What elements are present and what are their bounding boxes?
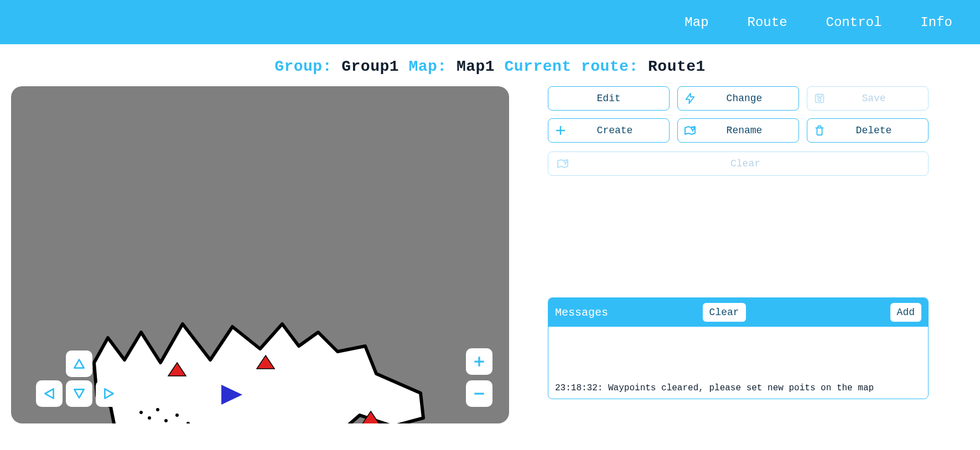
dpad-left-button[interactable] (36, 380, 63, 407)
messages-header: Messages Clear Add (548, 298, 928, 327)
svg-point-34 (564, 160, 567, 163)
clear-label: Clear (577, 158, 928, 169)
edit-label: Edit (548, 93, 669, 104)
messages-body: 23:18:32: Waypoints cleared, please set … (548, 327, 928, 399)
status-line: Group: Group1 Map: Map1 Current route: R… (0, 58, 980, 75)
save-label: Save (832, 93, 928, 104)
dpad-up-button[interactable] (66, 350, 92, 377)
svg-marker-20 (105, 389, 113, 398)
svg-marker-0 (94, 324, 423, 423)
edit-button[interactable]: Edit (548, 86, 670, 111)
dpad-down-button[interactable] (66, 380, 92, 407)
nav-map[interactable]: Map (685, 15, 708, 30)
change-button[interactable]: Change (677, 86, 799, 111)
delete-button[interactable]: Delete (807, 118, 929, 143)
zoom-controls (466, 348, 492, 407)
top-nav: Map Route Control Info (0, 0, 980, 44)
svg-point-3 (156, 408, 159, 411)
svg-point-2 (148, 416, 151, 420)
clear-route-button: Clear (548, 151, 929, 176)
triangle-right-icon (102, 386, 116, 401)
nav-info[interactable]: Info (920, 15, 952, 30)
action-buttons: Edit Change Save Create (548, 86, 969, 143)
delete-label: Delete (832, 125, 928, 136)
svg-marker-19 (74, 389, 84, 397)
status-group-val: Group1 (341, 58, 399, 75)
svg-point-1 (139, 411, 143, 414)
svg-rect-27 (817, 95, 821, 97)
messages-add-button[interactable]: Add (890, 303, 921, 322)
messages-clear-button[interactable]: Clear (703, 303, 746, 322)
change-label: Change (702, 93, 798, 104)
svg-marker-24 (686, 93, 694, 103)
rename-button[interactable]: Rename (677, 118, 799, 143)
save-button: Save (807, 86, 929, 111)
dpad-right-button[interactable] (96, 380, 122, 407)
plus-icon (548, 124, 573, 137)
plus-icon (472, 354, 486, 369)
svg-marker-18 (45, 389, 53, 398)
zoom-out-button[interactable] (466, 380, 492, 407)
dpad (36, 350, 122, 407)
triangle-left-icon (42, 386, 56, 401)
triangle-up-icon (72, 357, 86, 371)
svg-point-4 (164, 419, 168, 422)
status-route-val: Route1 (648, 58, 706, 75)
nav-control[interactable]: Control (826, 15, 882, 30)
status-map-key: Map: (408, 58, 447, 75)
lightning-icon (678, 92, 702, 104)
svg-point-26 (818, 98, 821, 101)
zoom-in-button[interactable] (466, 348, 492, 375)
svg-marker-17 (74, 359, 84, 368)
create-label: Create (573, 125, 669, 136)
status-map-val: Map1 (457, 58, 495, 75)
save-icon (807, 92, 832, 104)
status-route-key: Current route: (504, 58, 638, 75)
map-pin-icon (678, 124, 702, 137)
nav-route[interactable]: Route (748, 15, 787, 30)
map-icon (548, 157, 577, 170)
create-button[interactable]: Create (548, 118, 670, 143)
minus-icon (472, 386, 486, 401)
map-canvas[interactable] (11, 86, 509, 423)
messages-panel: Messages Clear Add 23:18:32: Waypoints c… (548, 297, 929, 399)
svg-point-5 (175, 414, 179, 417)
rename-label: Rename (702, 125, 798, 136)
messages-title: Messages (555, 306, 608, 319)
status-group-key: Group: (274, 58, 332, 75)
message-log-line: 23:18:32: Waypoints cleared, please set … (555, 383, 921, 393)
trash-icon (807, 124, 832, 137)
triangle-down-icon (72, 386, 86, 401)
svg-point-31 (692, 127, 694, 130)
